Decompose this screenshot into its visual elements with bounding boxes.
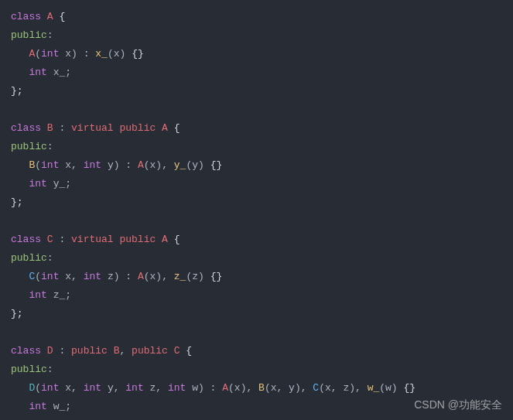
line: public: xyxy=(11,141,53,152)
line: class B : virtual public A { xyxy=(11,122,180,134)
code-block: class A { public: A(int x) : x_(x) {} in… xyxy=(0,0,513,420)
blank-line xyxy=(11,326,17,338)
line: class A { xyxy=(11,11,65,22)
init-z: z_ xyxy=(174,271,186,282)
line: }; xyxy=(11,308,23,319)
line: int y_; xyxy=(11,178,71,190)
line: public: xyxy=(11,252,53,264)
init-y: y_ xyxy=(174,159,186,171)
line: B(int x, int y) : A(x), y_(y) {} xyxy=(11,159,222,171)
member-y: y_ xyxy=(53,178,66,190)
blank-line xyxy=(11,104,17,115)
line: D(int x, int y, int z, int w) : A(x), B(… xyxy=(11,382,416,394)
init-x: x_ xyxy=(95,48,108,60)
member-z: z_ xyxy=(53,289,66,301)
line: }; xyxy=(11,85,23,97)
class-name-D: D xyxy=(47,345,53,357)
member-w: w_ xyxy=(53,401,66,412)
member-x: x_ xyxy=(53,67,66,78)
line: C(int x, int z) : A(x), z_(z) {} xyxy=(11,271,222,282)
line: int z_; xyxy=(11,289,71,301)
keyword-class: class xyxy=(11,11,41,22)
line: public: xyxy=(11,29,53,41)
init-w: w_ xyxy=(368,382,380,394)
class-name-B: B xyxy=(47,122,53,134)
line: }; xyxy=(11,196,23,208)
blank-line xyxy=(11,215,17,227)
line: int w_; xyxy=(11,401,71,412)
class-name-C: C xyxy=(47,234,53,245)
line: class D : public B, public C { xyxy=(11,345,192,357)
line: int x_; xyxy=(11,67,71,78)
line: public: xyxy=(11,364,53,375)
line: A(int x) : x_(x) {} xyxy=(11,48,144,60)
class-name-A: A xyxy=(47,11,53,22)
keyword-public: public xyxy=(11,29,47,41)
line: class C : virtual public A { xyxy=(11,234,180,245)
